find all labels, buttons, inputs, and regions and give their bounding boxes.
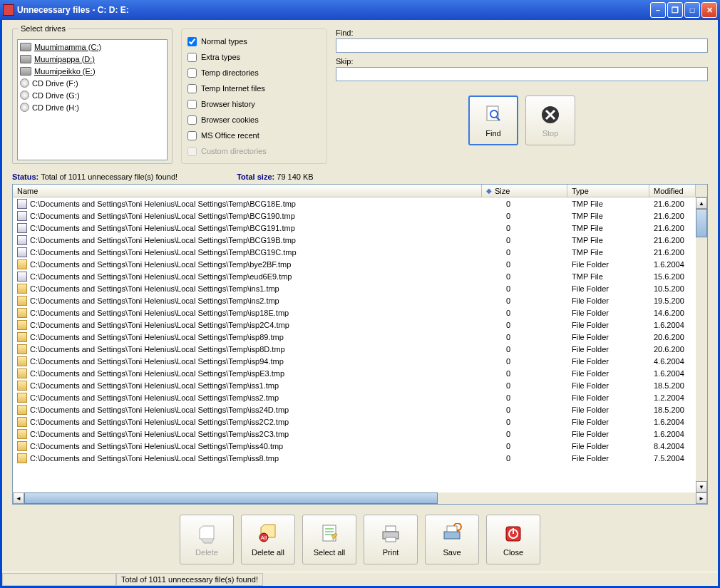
file-modified: 18.5.200 — [649, 381, 696, 390]
checkbox[interactable] — [187, 131, 197, 140]
scroll-up-arrow-icon[interactable]: ▲ — [696, 197, 707, 209]
save-label: Save — [443, 548, 461, 557]
table-row[interactable]: C:\Documents and Settings\Toni Helenius\… — [13, 331, 707, 343]
table-row[interactable]: C:\Documents and Settings\Toni Helenius\… — [13, 258, 707, 270]
check-row[interactable]: Browser cookies — [182, 112, 326, 128]
delete-all-button[interactable]: All Delete all — [241, 515, 295, 564]
drive-item[interactable]: Muumipappa (D:) — [19, 53, 166, 65]
file-size: 0 — [482, 296, 567, 305]
horizontal-scrollbar[interactable]: ◄ ► — [13, 492, 707, 504]
file-name: C:\Documents and Settings\Toni Helenius\… — [30, 236, 296, 244]
checkbox[interactable] — [187, 115, 197, 125]
check-row[interactable]: Extra types — [182, 49, 326, 65]
table-row[interactable]: C:\Documents and Settings\Toni Helenius\… — [13, 391, 707, 403]
table-row[interactable]: C:\Documents and Settings\Toni Helenius\… — [13, 319, 707, 331]
file-type: TMP File — [567, 212, 649, 220]
table-row[interactable]: C:\Documents and Settings\Toni Helenius\… — [13, 234, 707, 246]
file-type: TMP File — [567, 200, 649, 208]
vertical-scrollbar[interactable]: ▲ ▼ — [696, 197, 707, 492]
list-header[interactable]: Name ◆Size Type Modified — [13, 185, 707, 197]
check-row[interactable]: Browser history — [182, 96, 326, 112]
folder-icon — [17, 284, 27, 294]
drive-list[interactable]: Muumimamma (C:)Muumipappa (D:)Muumipeikk… — [17, 39, 168, 160]
file-size: 0 — [482, 248, 567, 257]
col-modified[interactable]: Modified — [649, 185, 696, 197]
drive-item[interactable]: Muumimamma (C:) — [19, 41, 166, 53]
select-all-button[interactable]: Select all — [302, 515, 356, 564]
find-input[interactable] — [336, 38, 708, 53]
print-button[interactable]: Print — [364, 515, 418, 564]
file-name: C:\Documents and Settings\Toni Helenius\… — [30, 309, 289, 317]
close-label: Close — [503, 548, 523, 557]
check-row[interactable]: Normal types — [182, 33, 326, 49]
table-row[interactable]: C:\Documents and Settings\Toni Helenius\… — [13, 416, 707, 428]
check-row[interactable]: Temp Internet files — [182, 81, 326, 96]
check-row[interactable]: Temp directories — [182, 65, 326, 81]
check-row[interactable]: MS Office recent — [182, 128, 326, 143]
table-row[interactable]: C:\Documents and Settings\Toni Helenius\… — [13, 428, 707, 440]
cd-drive-icon — [20, 103, 29, 112]
find-panel: Find: Skip: Find — [336, 29, 708, 164]
file-name: C:\Documents and Settings\Toni Helenius\… — [30, 200, 296, 208]
scroll-left-arrow-icon[interactable]: ◄ — [13, 492, 24, 504]
table-row[interactable]: C:\Documents and Settings\Toni Helenius\… — [13, 306, 707, 319]
table-row[interactable]: C:\Documents and Settings\Toni Helenius\… — [13, 197, 707, 210]
file-size: 0 — [482, 406, 567, 414]
hscroll-track[interactable] — [24, 492, 696, 504]
file-list[interactable]: Name ◆Size Type Modified C:\Documents an… — [12, 184, 708, 505]
checkbox[interactable] — [187, 37, 197, 46]
table-row[interactable]: C:\Documents and Settings\Toni Helenius\… — [13, 294, 707, 306]
restore-button[interactable]: ❐ — [667, 2, 683, 18]
titlebar[interactable]: Unnecessary files - C: D: E: – ❐ □ ✕ — [0, 0, 720, 20]
drive-item[interactable]: CD Drive (H:) — [19, 101, 166, 113]
file-modified: 4.6.2004 — [649, 357, 696, 366]
table-row[interactable]: C:\Documents and Settings\Toni Helenius\… — [13, 403, 707, 416]
vscroll-thumb[interactable] — [696, 209, 707, 237]
table-row[interactable]: C:\Documents and Settings\Toni Helenius\… — [13, 270, 707, 282]
col-type[interactable]: Type — [567, 185, 649, 197]
checkbox[interactable] — [187, 100, 197, 109]
vscroll-track[interactable] — [696, 209, 707, 481]
col-name[interactable]: Name — [13, 185, 482, 197]
scroll-right-arrow-icon[interactable]: ► — [696, 492, 707, 504]
drive-item[interactable]: Muumipeikko (E:) — [19, 65, 166, 77]
drive-item[interactable]: CD Drive (F:) — [19, 77, 166, 89]
folder-icon — [17, 296, 27, 306]
col-size[interactable]: ◆Size — [482, 185, 567, 197]
file-modified: 21.6.200 — [649, 236, 696, 244]
find-button[interactable]: Find — [468, 96, 518, 145]
drive-label: CD Drive (G:) — [32, 91, 80, 100]
table-row[interactable]: C:\Documents and Settings\Toni Helenius\… — [13, 222, 707, 234]
svg-rect-16 — [447, 526, 457, 532]
file-name: C:\Documents and Settings\Toni Helenius\… — [30, 357, 284, 366]
delete-all-label: Delete all — [252, 548, 284, 557]
save-button[interactable]: Save — [425, 515, 479, 564]
close-window-button[interactable]: ✕ — [701, 2, 717, 18]
file-type: File Folder — [567, 454, 649, 463]
window: Unnecessary files - C: D: E: – ❐ □ ✕ Sel… — [0, 0, 720, 588]
table-row[interactable]: C:\Documents and Settings\Toni Helenius\… — [13, 440, 707, 452]
close-button[interactable]: Close — [486, 515, 540, 564]
table-row[interactable]: C:\Documents and Settings\Toni Helenius\… — [13, 355, 707, 367]
hscroll-thumb[interactable] — [24, 492, 438, 504]
table-row[interactable]: C:\Documents and Settings\Toni Helenius\… — [13, 282, 707, 294]
table-row[interactable]: C:\Documents and Settings\Toni Helenius\… — [13, 246, 707, 258]
minimize-button[interactable]: – — [650, 2, 666, 18]
table-row[interactable]: C:\Documents and Settings\Toni Helenius\… — [13, 379, 707, 391]
table-row[interactable]: C:\Documents and Settings\Toni Helenius\… — [13, 343, 707, 355]
maximize-button[interactable]: □ — [684, 2, 700, 18]
table-row[interactable]: C:\Documents and Settings\Toni Helenius\… — [13, 367, 707, 379]
checkbox[interactable] — [187, 53, 197, 62]
table-row[interactable]: C:\Documents and Settings\Toni Helenius\… — [13, 210, 707, 222]
checkbox[interactable] — [187, 68, 197, 78]
scroll-down-arrow-icon[interactable]: ▼ — [696, 481, 707, 492]
find-button-label: Find — [485, 129, 500, 138]
checkbox[interactable] — [187, 84, 197, 93]
file-modified: 20.6.200 — [649, 345, 696, 354]
table-row[interactable]: C:\Documents and Settings\Toni Helenius\… — [13, 452, 707, 464]
skip-input[interactable] — [336, 67, 708, 81]
statusbar-text: Total of 1011 unnecessary file(s) found! — [116, 573, 263, 586]
file-name: C:\Documents and Settings\Toni Helenius\… — [30, 454, 279, 463]
list-body[interactable]: C:\Documents and Settings\Toni Helenius\… — [13, 197, 707, 492]
drive-item[interactable]: CD Drive (G:) — [19, 89, 166, 101]
